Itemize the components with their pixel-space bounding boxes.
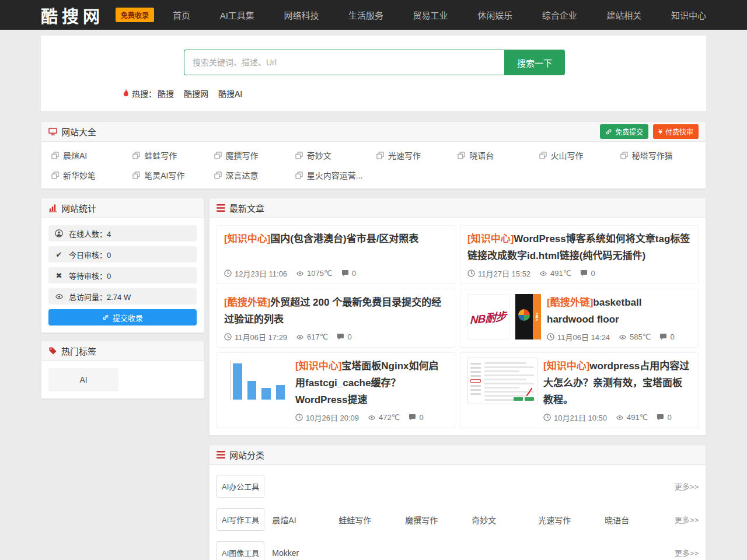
article-thumbnail-panel-screenshot [467,358,537,404]
nav-item-knowledge[interactable]: 知识中心 [671,9,706,21]
nav-item-network-tech[interactable]: 网络科技 [284,9,319,21]
more-link[interactable]: 更多>> [675,547,699,558]
article-item[interactable]: [酷搜外链]外贸超过 200 个最新免费目录提交的经过验证的列表 11月06日 … [217,289,455,348]
clock-icon [547,333,554,341]
search-input[interactable] [184,50,504,75]
article-title[interactable]: [酷搜外链]basketball hardwood floor [547,294,691,328]
nav-item-life-service[interactable]: 生活服务 [348,9,383,21]
article-item[interactable]: [知识中心]WordPress博客系统如何将文章tag标签链接改成数字id.ht… [460,225,699,284]
site-link[interactable]: 秘塔写作猫 [617,149,699,161]
category-site-link[interactable]: 晓语台 [605,514,671,526]
eye-icon [368,414,376,421]
paid-review-button[interactable]: ¥ 付费快审 [653,124,699,139]
comment-icon [580,270,588,277]
article-title[interactable]: [知识中心]国内(包含港澳台)省市县/区对照表 [224,230,448,247]
article-category[interactable]: [知识中心] [295,360,341,372]
article-title[interactable]: [知识中心]WordPress博客系统如何将文章tag标签链接改成数字id.ht… [467,230,691,264]
article-item[interactable]: [知识中心]国内(包含港澳台)省市县/区对照表 12月23日 11:06 107… [217,225,455,284]
article-meta: 11月06日 14:24 585℃ 0 [547,328,691,342]
hot-search-link[interactable]: 酷搜 [158,88,174,99]
site-link[interactable]: 笔灵AI写作 [130,169,211,181]
site-link[interactable]: 奇妙文 [292,149,374,161]
hot-tags-card: 热门标签 AI [41,341,204,399]
tag-link-ai[interactable]: AI [48,368,118,391]
hot-search-link[interactable]: 酷搜AI [218,88,242,99]
article-item[interactable]: NB耐步 FIBA [酷搜外链]basketball hardwood floo… [460,289,699,348]
site-link[interactable]: 新华妙笔 [48,169,130,181]
hot-search-label: 热搜： [132,88,156,99]
comment-icon [341,270,349,277]
more-link[interactable]: 更多>> [675,514,699,525]
site-link[interactable]: 晨煊AI [48,149,130,161]
site-link[interactable]: 魔撰写作 [211,149,292,161]
free-submit-button[interactable]: 免费提交 [600,124,648,139]
article-category[interactable]: [酷搜外链] [224,297,270,308]
nav-item-enterprise[interactable]: 综合企业 [542,9,577,21]
category-button-ai-office[interactable]: AI办公工具 [217,475,264,498]
copy-icon [51,152,59,159]
category-row: AI图像工具 Mokker 更多>> [217,536,699,560]
submit-site-button[interactable]: 提交收录 [48,309,197,326]
paid-review-label: 付费快审 [665,127,693,136]
site-link[interactable]: 晓语台 [455,149,536,161]
article-category[interactable]: [酷搜外链] [547,297,593,308]
category-site-link[interactable]: 蛙蛙写作 [338,514,405,526]
search-button[interactable]: 搜索一下 [504,50,565,75]
article-category[interactable]: [知识中心] [467,233,514,244]
article-thumbnail-nb-logo: NB耐步 [467,294,509,340]
nav-item-site-building[interactable]: 建站相关 [606,9,641,21]
category-button-ai-image[interactable]: AI图像工具 [217,541,264,560]
nav-item-home[interactable]: 首页 [173,9,190,21]
hot-search-link[interactable]: 酷搜网 [184,88,208,99]
top-navbar: 酷搜网 免费收录 首页 AI工具集 网络科技 生活服务 贸易工业 休闲娱乐 综合… [0,0,747,30]
clock-icon [295,414,303,421]
eye-icon [616,414,624,421]
category-links: Mokker [272,548,675,558]
article-item[interactable]: [知识中心]宝塔面板Nginx如何启用fastcgi_cache缓存？WordP… [217,352,455,428]
copy-icon [295,172,303,179]
nav-item-entertainment[interactable]: 休闲娱乐 [477,9,512,21]
x-icon: ✖ [54,271,64,280]
article-category[interactable]: [知识中心] [224,233,270,244]
main-menu: 首页 AI工具集 网络科技 生活服务 贸易工业 休闲娱乐 综合企业 建站相关 知… [173,9,706,21]
nav-item-trade-industry[interactable]: 贸易工业 [413,9,448,21]
free-submit-label: 免费提交 [615,127,643,136]
search-panel: 搜索一下 热搜： 酷搜 酷搜网 酷搜AI [41,36,706,111]
free-submit-badge[interactable]: 免费收录 [116,8,154,22]
category-row: AI办公工具 更多>> [217,470,699,503]
category-site-link[interactable]: 光速写作 [538,514,605,526]
clock-icon [467,270,475,277]
more-link[interactable]: 更多>> [675,481,699,492]
stats-title: 网站统计 [61,202,96,214]
category-button-ai-writing[interactable]: AI写作工具 [217,508,264,531]
site-logo[interactable]: 酷搜网 [41,3,104,27]
copy-icon [620,152,628,159]
comment-icon [337,333,344,341]
site-link[interactable]: 光速写作 [374,149,455,161]
user-icon [54,229,64,237]
check-icon: ✔ [54,250,64,259]
article-thumbnail-fiba-basketball: FIBA [515,294,541,340]
link-icon [605,128,612,135]
category-site-link[interactable]: Mokker [272,548,338,558]
comment-icon [409,414,416,421]
copy-icon [214,152,222,159]
copy-icon [132,152,140,159]
article-title[interactable]: [酷搜外链]外贸超过 200 个最新免费目录提交的经过验证的列表 [224,294,448,328]
monitor-icon [48,127,57,136]
category-site-link[interactable]: 晨煊AI [272,514,338,526]
article-category[interactable]: [知识中心] [543,360,589,372]
category-site-link[interactable]: 奇妙文 [472,514,538,526]
site-link[interactable]: 火山写作 [536,149,617,161]
site-link[interactable]: 星火内容运营... [292,169,374,181]
article-title[interactable]: [知识中心]宝塔面板Nginx如何启用fastcgi_cache缓存？WordP… [295,358,448,408]
category-site-link[interactable]: 魔撰写作 [405,514,472,526]
article-item[interactable]: [知识中心]wordpress占用内容过大怎么办？亲测有效，宝塔面板教程。 10… [460,352,699,428]
nav-item-ai-tools[interactable]: AI工具集 [220,9,254,21]
site-link[interactable]: 蛙蛙写作 [130,149,211,161]
article-meta: 11月06日 17:29 617℃ 0 [224,328,448,342]
site-links-grid: 晨煊AI 蛙蛙写作 魔撰写作 奇妙文 光速写作 晓语台 火山写作 秘塔写作猫 新… [41,142,706,188]
article-title[interactable]: [知识中心]wordpress占用内容过大怎么办？亲测有效，宝塔面板教程。 [543,358,691,408]
site-link[interactable]: 深言达意 [211,169,292,181]
basketball-logo [518,309,530,321]
